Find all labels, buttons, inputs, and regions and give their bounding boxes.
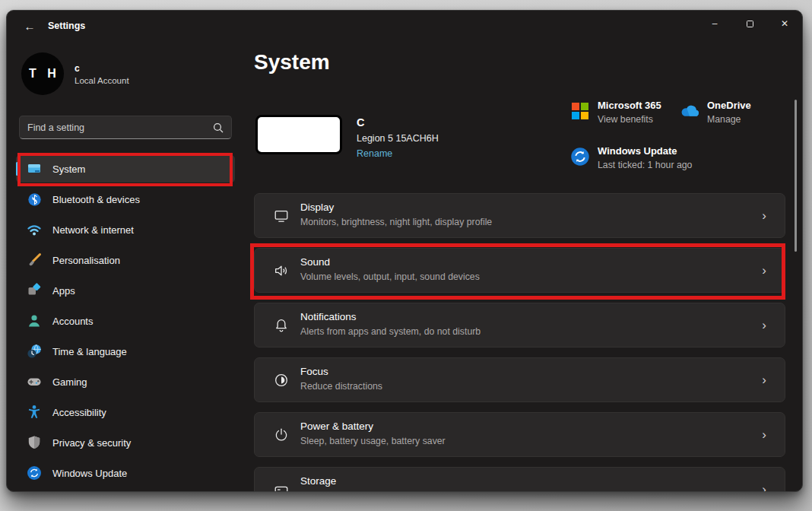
- badge-title: OneDrive: [707, 100, 751, 111]
- row-subtitle: Reduce distractions: [300, 381, 382, 392]
- sidebar-item-label: Personalisation: [52, 255, 120, 266]
- onedrive-badge[interactable]: OneDrive Manage: [679, 100, 751, 125]
- back-arrow-icon: ←: [24, 20, 36, 33]
- window-controls: – ✕: [697, 11, 802, 36]
- sidebar-item-label: Accessibility: [52, 407, 106, 418]
- maximize-button[interactable]: [732, 11, 767, 36]
- sidebar-item-apps[interactable]: Apps: [16, 277, 235, 304]
- settings-row-notifications[interactable]: Notifications Alerts from apps and syste…: [254, 303, 785, 348]
- row-subtitle: Sleep, battery usage, battery saver: [300, 436, 446, 446]
- power-icon: [271, 427, 291, 456]
- windows-update-icon: [27, 465, 42, 481]
- accessibility-icon: [27, 405, 42, 420]
- privacy-security-icon: [27, 435, 42, 450]
- sidebar-item-label: Time & language: [52, 346, 127, 357]
- sidebar-item-system[interactable]: System: [16, 155, 235, 182]
- row-subtitle: Storage space, drives, configuration rul…: [300, 490, 472, 492]
- apps-icon: [27, 283, 42, 298]
- page-title: System: [254, 50, 330, 75]
- chevron-right-icon: ›: [762, 428, 766, 441]
- sidebar-item-windows-update[interactable]: Windows Update: [16, 459, 235, 487]
- row-subtitle: Monitors, brightness, night light, displ…: [300, 217, 492, 227]
- chevron-right-icon: ›: [762, 483, 766, 492]
- windows-update-icon: [569, 145, 591, 170]
- titlebar: ← Settings – ✕: [7, 11, 802, 41]
- focus-icon: [271, 372, 291, 402]
- user-profile[interactable]: T H c Local Account: [21, 52, 129, 95]
- device-name: C: [357, 116, 439, 129]
- device-thumbnail: [255, 115, 342, 154]
- notifications-icon: [271, 317, 291, 347]
- row-title: Display: [300, 202, 492, 213]
- sidebar-item-bluetooth-devices[interactable]: Bluetooth & devices: [16, 186, 235, 213]
- chevron-right-icon: ›: [762, 264, 766, 277]
- sidebar-nav: System Bluetooth & devices Network & int…: [16, 155, 235, 490]
- device-model: Legion 5 15ACH6H: [357, 133, 439, 144]
- row-subtitle: Alerts from apps and system, do not dist…: [300, 326, 481, 337]
- sidebar-item-privacy-security[interactable]: Privacy & security: [16, 429, 235, 456]
- close-button[interactable]: ✕: [767, 11, 802, 36]
- maximize-icon: [747, 21, 753, 27]
- sidebar-item-label: System: [52, 163, 85, 175]
- settings-list: Display Monitors, brightness, night ligh…: [254, 193, 785, 492]
- sidebar-item-gaming[interactable]: Gaming: [16, 368, 235, 395]
- settings-window: ← Settings – ✕ T H c Local Account Find …: [6, 10, 803, 492]
- chevron-right-icon: ›: [762, 209, 766, 222]
- badge-title: Windows Update: [598, 145, 692, 157]
- accounts-icon: [27, 313, 42, 328]
- personalisation-icon: [27, 252, 42, 268]
- close-icon: ✕: [781, 18, 788, 29]
- row-subtitle: Volume levels, output, input, sound devi…: [300, 271, 480, 282]
- rename-link[interactable]: Rename: [357, 148, 439, 159]
- sidebar-item-label: Bluetooth & devices: [52, 194, 140, 205]
- gaming-icon: [27, 374, 42, 389]
- sidebar-item-accounts[interactable]: Accounts: [16, 307, 235, 335]
- sidebar-item-label: Accounts: [52, 316, 93, 327]
- settings-row-focus[interactable]: Focus Reduce distractions ›: [254, 357, 785, 402]
- badge-subtitle: Manage: [707, 114, 751, 125]
- sidebar-item-network-internet[interactable]: Network & internet: [16, 216, 235, 243]
- window-title: Settings: [48, 21, 85, 31]
- minimize-icon: –: [712, 18, 718, 29]
- search-placeholder: Find a setting: [27, 122, 213, 133]
- sidebar-item-personalisation[interactable]: Personalisation: [16, 246, 235, 274]
- badge-title: Microsoft 365: [598, 100, 661, 111]
- bluetooth-icon: [27, 192, 42, 207]
- network-icon: [27, 222, 42, 237]
- badge-subtitle: View benefits: [598, 114, 661, 125]
- sidebar-item-time-language[interactable]: Time & language: [16, 338, 235, 365]
- row-title: Storage: [300, 475, 472, 487]
- chevron-right-icon: ›: [762, 319, 766, 332]
- settings-row-power-battery[interactable]: Power & battery Sleep, battery usage, ba…: [254, 412, 785, 457]
- sidebar-item-label: Windows Update: [52, 468, 127, 479]
- settings-row-storage[interactable]: Storage Storage space, drives, configura…: [254, 467, 785, 492]
- scrollbar[interactable]: [795, 100, 797, 252]
- back-button[interactable]: ←: [17, 16, 42, 36]
- avatar: T H: [21, 52, 64, 95]
- display-icon: [271, 208, 291, 237]
- sidebar-item-accessibility[interactable]: Accessibility: [16, 398, 235, 426]
- minimize-button[interactable]: –: [697, 11, 732, 36]
- system-icon: [27, 161, 42, 176]
- search-icon: [213, 122, 224, 133]
- sidebar-item-label: Network & internet: [52, 224, 134, 236]
- selected-indicator: [16, 162, 18, 176]
- account-type: Local Account: [75, 76, 129, 85]
- microsoft-365-badge[interactable]: Microsoft 365 View benefits: [569, 100, 661, 125]
- time-language-icon: [27, 344, 42, 359]
- sidebar-item-label: Privacy & security: [52, 437, 131, 449]
- settings-row-sound[interactable]: Sound Volume levels, output, input, soun…: [254, 248, 785, 293]
- row-title: Power & battery: [300, 421, 446, 432]
- search-input[interactable]: Find a setting: [19, 116, 232, 139]
- sidebar-item-label: Gaming: [52, 376, 87, 388]
- row-title: Focus: [300, 366, 382, 377]
- storage-icon: [271, 481, 291, 492]
- windows-update-badge[interactable]: Windows Update Last ticked: 1 hour ago: [569, 145, 692, 170]
- row-title: Notifications: [300, 311, 481, 322]
- settings-row-display[interactable]: Display Monitors, brightness, night ligh…: [254, 193, 785, 238]
- user-name: c: [75, 63, 129, 74]
- microsoft-logo: [569, 100, 591, 125]
- row-title: Sound: [300, 256, 480, 268]
- sidebar-item-label: Apps: [52, 285, 75, 297]
- onedrive-cloud-icon: [679, 100, 700, 125]
